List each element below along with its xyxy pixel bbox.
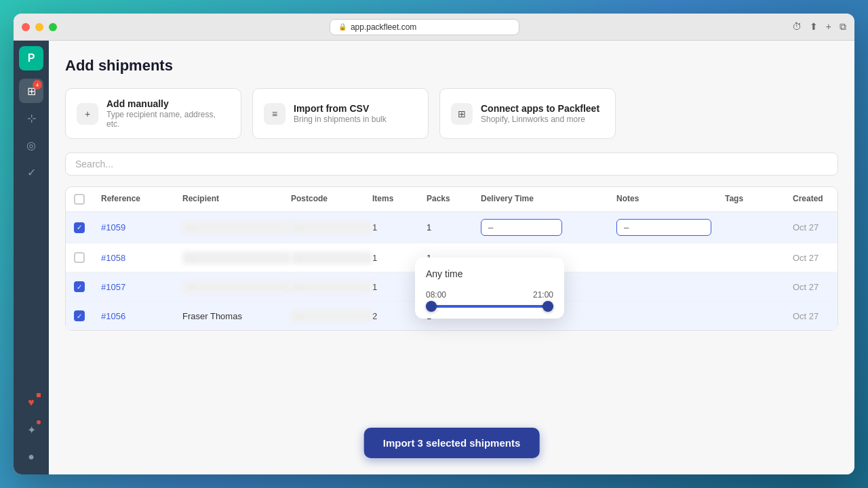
check-icon: ✓ — [27, 166, 36, 179]
time-end-label: 21:00 — [533, 290, 553, 300]
row-1057-created: Oct 27 — [793, 282, 854, 292]
connect-apps-text: Connect apps to Packfleet Shopify, Linnw… — [481, 103, 599, 124]
time-slider-track[interactable] — [426, 305, 553, 308]
import-button[interactable]: Import 3 selected shipments — [364, 428, 540, 458]
row-1058-created: Oct 27 — [793, 253, 854, 263]
row-1057-recipient: ··· — [182, 281, 291, 293]
row-1059-checkbox[interactable] — [74, 222, 85, 233]
row-1056-recipient: Fraser Thomas — [182, 311, 291, 321]
sidebar-item-sparkle[interactable]: ✦ — [19, 418, 43, 442]
heart-dot — [37, 393, 41, 397]
sparkle-dot — [37, 420, 41, 424]
lock-icon: 🔒 — [338, 23, 347, 30]
close-button[interactable] — [22, 23, 30, 31]
import-csv-card[interactable]: ≡ Import from CSV Bring in shipments in … — [252, 88, 429, 139]
import-csv-title: Import from CSV — [294, 103, 387, 114]
import-csv-desc: Bring in shipments in bulk — [294, 115, 387, 124]
address-bar: 🔒 app.packfleet.com — [62, 19, 787, 35]
slider-thumb-right[interactable] — [542, 301, 553, 312]
row-1056-ref[interactable]: #1056 — [101, 311, 182, 321]
share-icon[interactable]: ⬆ — [810, 21, 818, 33]
browser-actions: ⏱ ⬆ + ⧉ — [792, 21, 846, 33]
row-1059-notes[interactable]: – — [616, 219, 711, 236]
row-1056-checkbox[interactable] — [74, 310, 85, 321]
url-text: app.packfleet.com — [351, 22, 416, 32]
sidebar-item-user[interactable]: ● — [19, 445, 43, 469]
col-packs: Packs — [427, 194, 481, 205]
app-logo: P — [19, 46, 43, 70]
minimize-button[interactable] — [35, 23, 43, 31]
main-content: Add shipments + Add manually Type recipi… — [49, 41, 854, 474]
row-1058-recipient: ··· — [182, 251, 291, 264]
row-1059-recipient: ··· — [182, 221, 291, 234]
col-notes: Notes — [616, 194, 725, 205]
row-1059-delivery[interactable]: – — [481, 219, 562, 236]
row-1058-ref[interactable]: #1058 — [101, 253, 182, 263]
row-1059-packs: 1 — [427, 222, 481, 232]
row-1059-created: Oct 27 — [793, 222, 854, 232]
connect-apps-desc: Shopify, Linnworks and more — [481, 115, 599, 124]
table-header: Reference Recipient Postcode Items Packs… — [66, 187, 837, 212]
col-postcode: Postcode — [291, 194, 372, 205]
connect-apps-card[interactable]: ⊞ Connect apps to Packfleet Shopify, Lin… — [439, 88, 616, 139]
app-body: P ⊞ 4 ⊹ ◎ ✓ ♥ ✦ — [14, 41, 854, 474]
customers-icon: ⊹ — [27, 112, 36, 125]
connect-apps-icon: ⊞ — [451, 103, 473, 125]
add-manually-icon: + — [77, 103, 98, 125]
row-1057-ref[interactable]: #1057 — [101, 282, 182, 292]
row-1058-checkbox[interactable] — [74, 252, 85, 263]
user-icon: ● — [28, 451, 35, 463]
import-csv-icon: ≡ — [264, 103, 285, 125]
shipments-badge: 4 — [33, 80, 42, 89]
sidebar-item-shipments[interactable]: ⊞ 4 — [19, 79, 43, 103]
option-cards: + Add manually Type recipient name, addr… — [65, 88, 838, 139]
table-row: #1059 ··· ··· 1 1 – – Oct 27 S — [66, 212, 837, 243]
col-reference: Reference — [101, 194, 182, 205]
time-range-labels: 08:00 21:00 — [426, 290, 553, 300]
row-1059-ref[interactable]: #1059 — [101, 222, 182, 232]
slider-thumb-left[interactable] — [426, 301, 437, 312]
add-manually-title: Add manually — [106, 98, 230, 109]
col-recipient: Recipient — [182, 194, 291, 205]
row-1056-created: Oct 27 — [793, 311, 854, 321]
sidebar-item-customers[interactable]: ⊹ — [19, 106, 43, 130]
col-created: Created — [793, 194, 854, 205]
select-all-checkbox[interactable] — [74, 194, 85, 205]
time-start-label: 08:00 — [426, 290, 446, 300]
browser-window: 🔒 app.packfleet.com ⏱ ⬆ + ⧉ P ⊞ 4 ⊹ ◎ — [14, 14, 854, 474]
map-icon: ◎ — [26, 139, 36, 152]
title-bar: 🔒 app.packfleet.com ⏱ ⬆ + ⧉ — [14, 14, 854, 41]
time-dropdown: Any time 08:00 21:00 — [415, 258, 564, 319]
row-1056-postcode: ··· — [291, 310, 372, 323]
page-title: Add shipments — [65, 57, 838, 75]
row-1058-postcode: ··· — [291, 251, 372, 264]
add-manually-card[interactable]: + Add manually Type recipient name, addr… — [65, 88, 241, 139]
search-placeholder: Search... — [75, 159, 113, 169]
row-1057-postcode: ··· — [291, 281, 372, 293]
sidebar: P ⊞ 4 ⊹ ◎ ✓ ♥ ✦ — [14, 41, 49, 474]
add-manually-desc: Type recipient name, address, etc. — [106, 110, 230, 129]
tabs-icon[interactable]: ⧉ — [840, 21, 846, 33]
any-time-label: Any time — [426, 268, 553, 279]
col-delivery-time: Delivery Time — [481, 194, 616, 205]
url-input[interactable]: 🔒 app.packfleet.com — [330, 19, 519, 35]
col-items: Items — [372, 194, 427, 205]
sparkle-icon: ✦ — [27, 424, 36, 436]
maximize-button[interactable] — [49, 23, 57, 31]
row-1057-checkbox[interactable] — [74, 281, 85, 292]
search-bar[interactable]: Search... — [65, 152, 838, 176]
history-icon[interactable]: ⏱ — [792, 21, 802, 33]
heart-icon: ♥ — [28, 396, 35, 409]
row-1059-items: 1 — [372, 222, 427, 232]
import-csv-text: Import from CSV Bring in shipments in bu… — [294, 103, 387, 124]
sidebar-item-heart[interactable]: ♥ — [19, 390, 43, 415]
new-tab-icon[interactable]: + — [826, 21, 831, 33]
add-manually-text: Add manually Type recipient name, addres… — [106, 98, 230, 129]
connect-apps-title: Connect apps to Packfleet — [481, 103, 599, 114]
row-1059-postcode: ··· — [291, 221, 372, 234]
sidebar-item-check[interactable]: ✓ — [19, 160, 43, 184]
sidebar-bottom: ♥ ✦ ● — [19, 390, 43, 469]
col-tags: Tags — [725, 194, 793, 205]
sidebar-item-map[interactable]: ◎ — [19, 133, 43, 157]
